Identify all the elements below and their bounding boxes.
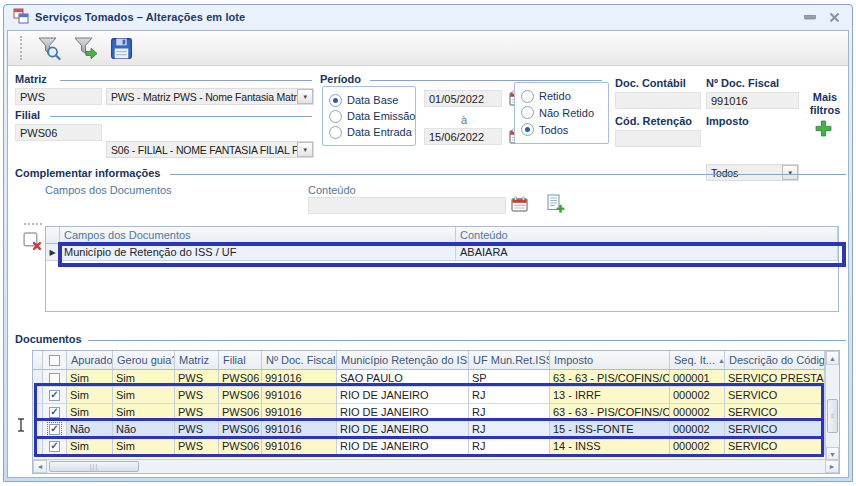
matriz-code-field[interactable]: PWS	[15, 88, 102, 105]
radio-option[interactable]: Todos	[521, 122, 602, 137]
table-row[interactable]: SimSimPWSPWS06991016RIO DE JANEIRORJ63 -…	[33, 404, 825, 421]
cell-descricao[interactable]: SERVICO	[725, 404, 825, 421]
scroll-right-icon[interactable]	[825, 460, 839, 473]
cell-apurado[interactable]: Não	[67, 421, 113, 438]
horizontal-scroll-track[interactable]	[47, 460, 825, 473]
cell-num_doc_fiscal[interactable]: 991016	[262, 421, 337, 438]
cod-retencao-field[interactable]	[615, 130, 701, 147]
cell-uf[interactable]: RJ	[469, 404, 550, 421]
save-button[interactable]	[107, 34, 135, 62]
cell-descricao[interactable]: SERVICO	[725, 438, 825, 455]
cell-apurado[interactable]: Sim	[67, 404, 113, 421]
cell-campo[interactable]: Município de Retenção do ISS / UF	[60, 244, 456, 260]
doc-header-gerou_guia[interactable]: Gerou guia?	[113, 351, 175, 369]
cell-apurado[interactable]: Sim	[67, 438, 113, 455]
cell-matriz[interactable]: PWS	[175, 370, 219, 387]
table-row[interactable]: SimSimPWSPWS06991016RIO DE JANEIRORJ13 -…	[33, 387, 825, 404]
cell-filial[interactable]: PWS06	[219, 421, 262, 438]
cell-seq[interactable]: 000001	[670, 370, 725, 387]
cell-conteudo[interactable]: ABAIARA	[456, 244, 838, 260]
num-doc-fiscal-field[interactable]: 991016	[706, 92, 799, 109]
doc-contabil-field[interactable]	[615, 92, 701, 109]
doc-header-imposto[interactable]: Imposto	[550, 351, 670, 369]
doc-header-filial[interactable]: Filial	[219, 351, 262, 369]
cell-checkbox[interactable]	[43, 370, 67, 387]
campos-grid-row[interactable]: ▶Município de Retenção do ISS / UFABAIAR…	[46, 244, 838, 261]
doc-header-num_doc_fiscal[interactable]: Nº Doc. Fiscal	[262, 351, 337, 369]
cell-seq[interactable]: 000002	[670, 387, 725, 404]
cell-descricao[interactable]: SERVICO	[725, 387, 825, 404]
cell-uf[interactable]: RJ	[469, 387, 550, 404]
cell-filial[interactable]: PWS06	[219, 370, 262, 387]
radio-icon[interactable]	[521, 90, 534, 103]
cell-seq[interactable]: 000002	[670, 438, 725, 455]
matriz-combo[interactable]: PWS - Matriz PWS - Nome Fantasia Matriz …	[106, 88, 314, 105]
cell-checkbox[interactable]	[43, 404, 67, 421]
cell-filial[interactable]: PWS06	[219, 387, 262, 404]
cell-imposto[interactable]: 15 - ISS-FONTE	[550, 421, 670, 438]
table-row[interactable]: NãoNãoPWSPWS06991016RIO DE JANEIRORJ15 -…	[33, 421, 825, 438]
radio-option[interactable]: Retido	[521, 89, 602, 104]
radio-option[interactable]: Data Emissão	[329, 109, 409, 124]
vertical-scroll-track[interactable]	[826, 365, 839, 447]
radio-icon[interactable]	[521, 106, 534, 119]
filial-code-field[interactable]: PWS06	[15, 124, 102, 141]
radio-icon[interactable]	[521, 123, 534, 136]
campos-header-conteudo[interactable]: Conteúdo	[456, 227, 838, 243]
table-row[interactable]: SimSimPWSPWS06991016SAO PAULOSP63 - 63 -…	[33, 370, 825, 387]
cell-checkbox[interactable]	[43, 438, 67, 455]
cell-municipio[interactable]: RIO DE JANEIRO	[337, 387, 469, 404]
chevron-down-icon[interactable]	[297, 89, 313, 104]
cell-descricao[interactable]: SERVICO	[725, 421, 825, 438]
cell-gerou_guia[interactable]: Sim	[113, 438, 175, 455]
add-record-button[interactable]	[545, 194, 565, 213]
scroll-left-icon[interactable]	[33, 460, 47, 473]
radio-icon[interactable]	[329, 126, 342, 139]
radio-icon[interactable]	[329, 94, 342, 107]
mais-filtros-button[interactable]	[815, 120, 832, 137]
row-checkbox[interactable]	[49, 407, 60, 418]
row-checkbox[interactable]	[49, 390, 60, 401]
vertical-scrollbar[interactable]	[825, 351, 839, 461]
chevron-down-icon[interactable]	[782, 165, 798, 180]
cell-uf[interactable]: RJ	[469, 421, 550, 438]
close-button[interactable]	[825, 10, 843, 24]
conteudo-field[interactable]	[308, 197, 506, 214]
doc-header-matriz[interactable]: Matriz	[175, 351, 219, 369]
cell-uf[interactable]: RJ	[469, 438, 550, 455]
cell-descricao[interactable]: SERVIÇO PRESTADO ISS	[725, 370, 825, 387]
radio-option[interactable]: Não Retido	[521, 105, 602, 120]
chevron-down-icon[interactable]	[297, 142, 313, 157]
row-checkbox[interactable]	[49, 424, 60, 435]
table-row[interactable]: SimSimPWSPWS06991016RIO DE JANEIRORJ14 -…	[33, 438, 825, 455]
radio-option[interactable]: Data Entrada	[329, 125, 409, 140]
cell-matriz[interactable]: PWS	[175, 438, 219, 455]
cell-checkbox[interactable]	[43, 387, 67, 404]
cell-checkbox[interactable]	[43, 421, 67, 438]
cell-gerou_guia[interactable]: Sim	[113, 404, 175, 421]
cell-num_doc_fiscal[interactable]: 991016	[262, 387, 337, 404]
cell-gerou_guia[interactable]: Sim	[113, 370, 175, 387]
doc-header-checkbox[interactable]	[43, 351, 67, 369]
cell-gerou_guia[interactable]: Sim	[113, 387, 175, 404]
cell-gerou_guia[interactable]: Não	[113, 421, 175, 438]
doc-header-seq[interactable]: Seq. It...▲	[670, 351, 725, 369]
delete-row-button[interactable]	[22, 231, 43, 252]
cell-apurado[interactable]: Sim	[67, 370, 113, 387]
cell-municipio[interactable]: RIO DE JANEIRO	[337, 404, 469, 421]
cell-seq[interactable]: 000002	[670, 421, 725, 438]
filter-apply-button[interactable]	[71, 34, 99, 62]
cell-matriz[interactable]: PWS	[175, 421, 219, 438]
select-all-checkbox[interactable]	[49, 355, 60, 366]
date-from-field[interactable]: 01/05/2022	[424, 90, 502, 107]
conteudo-calendar-button[interactable]	[511, 196, 528, 212]
horizontal-scroll-thumb[interactable]	[49, 461, 139, 472]
cell-filial[interactable]: PWS06	[219, 404, 262, 421]
cell-imposto[interactable]: 63 - 63 - PIS/COFINS/CSLL	[550, 370, 670, 387]
radio-option[interactable]: Data Base	[329, 93, 409, 108]
cell-apurado[interactable]: Sim	[67, 387, 113, 404]
doc-header-apurado[interactable]: Apurado	[67, 351, 113, 369]
cell-uf[interactable]: SP	[469, 370, 550, 387]
row-checkbox[interactable]	[49, 441, 60, 452]
scroll-up-icon[interactable]	[826, 351, 839, 365]
